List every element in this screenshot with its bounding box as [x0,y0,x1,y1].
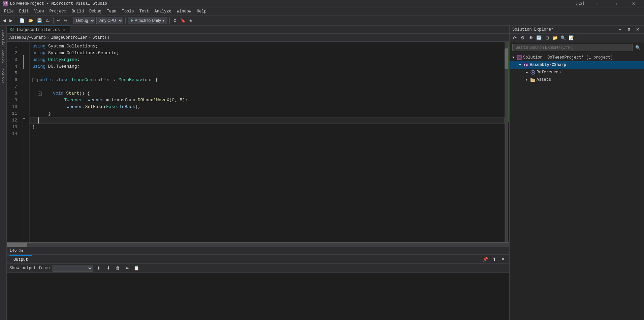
se-search-button[interactable]: 🔍 [634,44,641,51]
output-pin-button[interactable]: 📌 [482,256,489,263]
collapse-8[interactable]: − [38,92,42,96]
se-search-input[interactable] [512,44,633,51]
output-go-prev[interactable]: ⬆ [95,264,102,272]
se-float-button[interactable]: ⬆ [625,26,633,33]
open-button[interactable]: 📂 [27,17,35,24]
menu-build[interactable]: Build [69,7,87,15]
code-line-5 [30,70,505,77]
menu-project[interactable]: Project [46,7,69,15]
tree-solution[interactable]: ▼ Solution 'DoTweenProject' (1 project) [510,54,644,61]
close-button[interactable]: ✕ [626,0,641,7]
menu-bar: File Edit View Project Build Debug Team … [0,7,644,15]
zoom-dropdown[interactable]: ▾ [22,249,23,253]
se-more-options[interactable]: ⋯ [576,34,583,42]
menu-view[interactable]: View [32,7,47,15]
h-scrollbar-thumb[interactable] [7,243,27,247]
output-tab[interactable]: Output [9,255,32,263]
gutter-4-green [23,62,24,69]
gutter-7 [23,82,29,89]
breadcrumb-sep-1: ▸ [47,35,50,40]
server-explorer-tab[interactable]: Server Explorer [1,27,6,66]
save-all-button[interactable]: 🗂 [44,17,51,24]
solution-tree: ▼ Solution 'DoTweenProject' (1 project) … [510,52,644,320]
maximize-button[interactable]: □ [608,0,623,7]
tab-imagecontroller[interactable]: C# ImageController.cs ✕ [7,26,70,33]
menu-debug[interactable]: Debug [87,7,104,15]
project-icon: C# [523,62,529,68]
output-float-button[interactable]: ⬆ [490,256,498,263]
toolbox-tab[interactable]: Toolbox [1,66,6,86]
output-word-wrap[interactable]: ⬌ [123,264,131,272]
assets-label: Assets [537,77,551,82]
tree-references[interactable]: ▶ References [510,69,644,76]
ln-7: 7 [7,83,20,90]
code-line-11: } [30,110,505,117]
code-content[interactable]: using System.Collections; using System.C… [30,42,505,242]
output-clear[interactable]: 🗑 [114,264,121,272]
se-new-folder[interactable]: 📁 [551,34,559,42]
attach-to-unity-button[interactable]: Attach to Unity ▾ [128,17,167,24]
tree-project[interactable]: ▼ C# Assembly-CSharp [510,61,644,69]
undo-button[interactable]: ↩ [56,17,62,24]
gutter-3-green [23,55,24,62]
tab-bar: C# ImageController.cs ✕ [7,26,509,34]
se-show-all-button[interactable]: 👁 [527,34,535,42]
assets-folder-icon [530,77,536,82]
output-go-next[interactable]: ⬇ [104,264,112,272]
se-refresh-button[interactable]: 🔄 [535,34,543,42]
solution-explorer-panel: Solution Explorer − ⬆ ✕ ⟳ ⚙ 👁 🔄 ⊟ 📁 🔍 📝 … [509,26,644,320]
toolbar-sep-2 [53,17,54,24]
tree-assets[interactable]: ▶ Assets [510,76,644,83]
toolbar-extra-1[interactable]: ⚙ [172,17,178,24]
menu-edit[interactable]: Edit [17,7,32,15]
menu-team[interactable]: Team [104,7,119,15]
menu-file[interactable]: File [1,7,17,15]
project-expand[interactable]: ▼ [518,63,522,67]
minimize-button[interactable]: − [589,0,605,7]
se-properties-button[interactable]: ⚙ [519,34,526,42]
se-pin-button[interactable]: − [616,26,624,33]
back-button[interactable]: ◀ [1,17,7,24]
platform-select[interactable]: Any CPU [96,17,123,24]
solution-icon [517,55,522,60]
menu-analyze[interactable]: Analyze [152,7,174,15]
se-collapse-button[interactable]: ⊟ [543,34,551,42]
breadcrumb-class[interactable]: ImageController [51,35,87,40]
menu-test[interactable]: Test [137,7,152,15]
se-close-button[interactable]: ✕ [634,26,641,33]
output-close-button[interactable]: ✕ [499,256,507,263]
debug-config-select[interactable]: Debug [73,17,95,24]
solution-expand[interactable]: ▼ [511,55,516,60]
assets-expand[interactable]: ▶ [524,77,529,82]
output-open-log[interactable]: 📋 [133,264,140,272]
se-pending-changes[interactable]: 📝 [568,34,575,42]
forward-button[interactable]: ▶ [8,17,14,24]
gutter-5 [23,69,29,75]
tab-close-button[interactable]: ✕ [62,28,67,32]
breadcrumb-assembly[interactable]: Assembly-CSharp [9,35,46,40]
se-sync-button[interactable]: ⟳ [511,34,518,42]
new-project-button[interactable]: 📄 [18,17,26,24]
toolbar-extra-3[interactable]: ◈ [188,17,194,24]
collapse-6[interactable]: − [32,78,36,82]
breadcrumb-method[interactable]: Start() [93,35,109,40]
code-line-6: − public class ImageController : MonoBeh… [30,77,505,83]
solution-explorer-title: Solution Explorer [512,27,553,32]
horizontal-scrollbar[interactable] [7,243,509,247]
menu-window[interactable]: Window [174,7,194,15]
gutter-1 [23,42,29,48]
redo-button[interactable]: ↪ [63,17,69,24]
menu-tools[interactable]: Tools [119,7,137,15]
gutter-8 [23,89,29,96]
toolbar-sep-3 [71,17,71,24]
solution-explorer-header: Solution Explorer − ⬆ ✕ [510,26,644,34]
play-icon [131,19,133,22]
se-filter-button[interactable]: 🔍 [559,34,567,42]
output-source-select[interactable] [53,265,93,272]
toolbar-extra-2[interactable]: 🔖 [179,17,187,24]
breadcrumb-sep-2: ▸ [89,35,91,40]
menu-help[interactable]: Help [194,7,209,15]
vertical-scrollbar[interactable] [505,42,509,242]
save-button[interactable]: 💾 [36,17,43,24]
references-expand[interactable]: ▶ [524,70,529,75]
